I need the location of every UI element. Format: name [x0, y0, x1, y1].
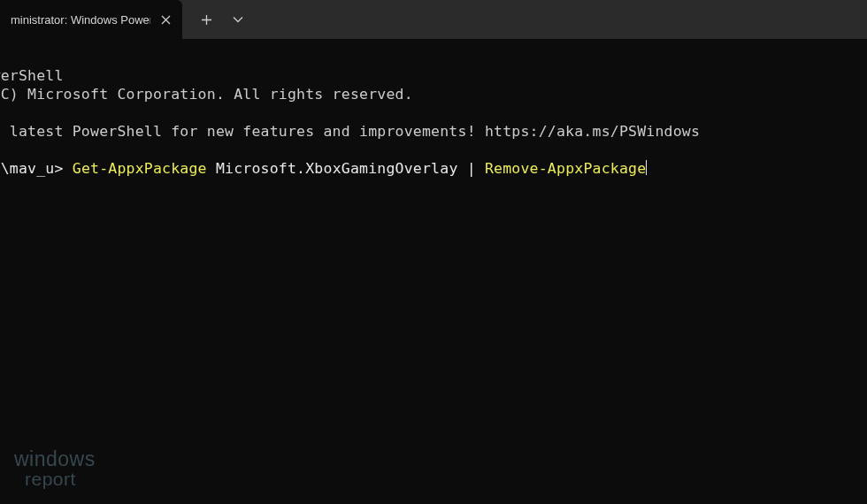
text-cursor [646, 160, 647, 175]
plus-icon [201, 14, 212, 26]
tab-title: ministrator: Windows PowerS [11, 13, 150, 27]
close-icon[interactable] [157, 11, 173, 27]
prompt-line: Users\mav_u> Get-AppxPackage Microsoft.X… [0, 159, 867, 178]
titlebar: ministrator: Windows PowerS [0, 0, 867, 39]
chevron-down-icon [233, 16, 243, 23]
watermark: windows report [14, 449, 96, 488]
output-line: ght (C) Microsoft Corporation. All right… [0, 85, 867, 103]
argument: Microsoft.XboxGamingOverlay [207, 160, 467, 177]
new-tab-button[interactable] [191, 4, 221, 34]
output-line: s PowerShell [0, 66, 867, 85]
tab-powershell[interactable]: ministrator: Windows PowerS [0, 0, 182, 39]
prompt-text: Users\mav_u> [0, 160, 73, 177]
watermark-line1: windows [14, 449, 96, 470]
tab-dropdown-button[interactable] [223, 4, 253, 34]
terminal-output[interactable]: s PowerShellght (C) Microsoft Corporatio… [0, 39, 867, 196]
output-line: l the latest PowerShell for new features… [0, 122, 867, 141]
output-line [0, 141, 867, 159]
watermark-line2: report [25, 470, 96, 488]
output-line [0, 103, 867, 122]
cmdlet: Remove-AppxPackage [485, 160, 646, 177]
pipe: | [467, 160, 485, 177]
tab-actions [182, 0, 253, 39]
cmdlet: Get-AppxPackage [73, 160, 207, 177]
